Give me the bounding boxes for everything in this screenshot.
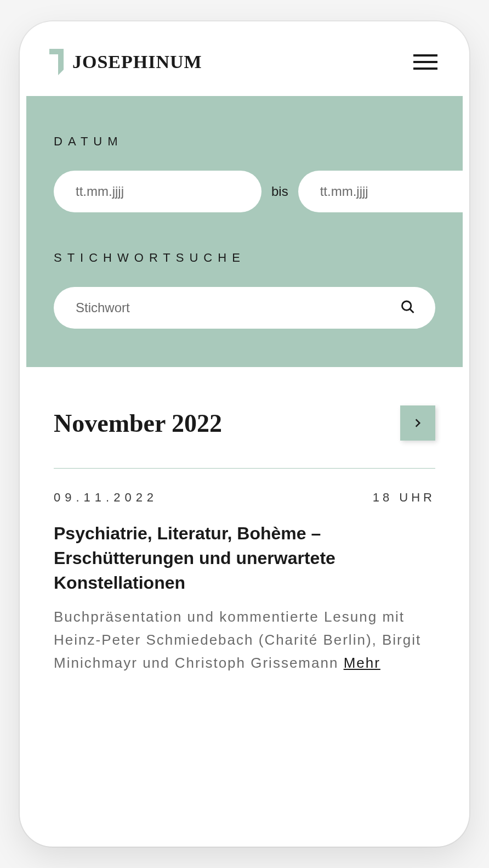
chevron-right-icon bbox=[412, 418, 423, 429]
search-panel: DATUM bis STICHWORTSUCHE bbox=[26, 96, 463, 367]
event-item: 09.11.2022 18 UHR Psychiatrie, Literatur… bbox=[54, 491, 435, 674]
date-separator-label: bis bbox=[271, 184, 288, 199]
event-description: Buchpräsentation und kommentierte Lesung… bbox=[54, 606, 435, 674]
brand-logo[interactable]: JOSEPHINUM bbox=[49, 49, 202, 75]
keyword-field-wrapper bbox=[54, 287, 435, 329]
svg-point-0 bbox=[402, 301, 411, 310]
keyword-input[interactable] bbox=[54, 287, 435, 329]
phone-frame: JOSEPHINUM DATUM bis STICHWORTSUCHE bbox=[20, 21, 469, 847]
hamburger-icon bbox=[413, 54, 437, 57]
date-from-input[interactable] bbox=[54, 171, 261, 212]
keyword-label: STICHWORTSUCHE bbox=[54, 251, 435, 265]
events-section: November 2022 09.11.2022 18 UHR Psychiat… bbox=[26, 367, 463, 702]
search-icon bbox=[400, 300, 416, 315]
search-button[interactable] bbox=[398, 297, 418, 319]
phone-screen: JOSEPHINUM DATUM bis STICHWORTSUCHE bbox=[26, 28, 463, 840]
brand-name: JOSEPHINUM bbox=[72, 52, 202, 72]
event-meta-row: 09.11.2022 18 UHR bbox=[54, 491, 435, 505]
next-month-button[interactable] bbox=[400, 405, 435, 441]
date-label: DATUM bbox=[54, 134, 435, 149]
date-range-row: bis bbox=[54, 171, 435, 212]
event-date: 09.11.2022 bbox=[54, 491, 158, 505]
event-time: 18 UHR bbox=[373, 491, 435, 505]
more-link[interactable]: Mehr bbox=[344, 655, 380, 671]
date-to-input[interactable] bbox=[298, 171, 463, 212]
month-title: November 2022 bbox=[54, 409, 222, 438]
month-header: November 2022 bbox=[54, 405, 435, 441]
logo-icon bbox=[49, 49, 64, 75]
section-divider bbox=[54, 468, 435, 469]
menu-button[interactable] bbox=[411, 52, 440, 72]
event-title: Psychiatrie, Literatur, Bohème – Erschüt… bbox=[54, 521, 435, 595]
app-header: JOSEPHINUM bbox=[26, 28, 463, 96]
svg-line-1 bbox=[410, 309, 414, 313]
